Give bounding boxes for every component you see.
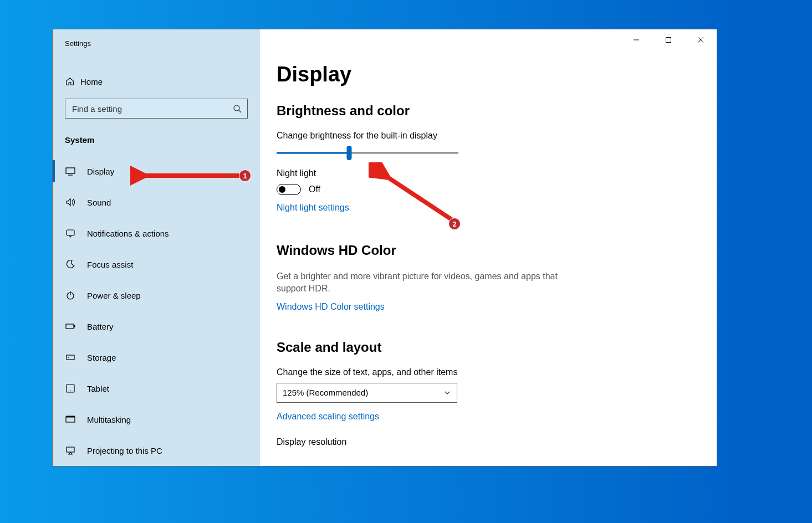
multitask-icon bbox=[65, 414, 76, 425]
sidebar-item-battery[interactable]: Battery bbox=[53, 311, 260, 342]
svg-rect-12 bbox=[74, 325, 75, 327]
sidebar-item-label: Storage bbox=[87, 353, 116, 362]
sidebar-item-projecting[interactable]: Projecting to this PC bbox=[53, 435, 260, 466]
sidebar-item-label: Focus assist bbox=[87, 260, 133, 269]
storage-icon bbox=[65, 352, 76, 363]
sidebar-home[interactable]: Home bbox=[53, 74, 260, 89]
sidebar-nav: Display Sound Notifications & actions Fo… bbox=[53, 152, 260, 466]
svg-rect-1 bbox=[666, 38, 671, 43]
advanced-scaling-link[interactable]: Advanced scaling settings bbox=[277, 412, 717, 422]
svg-rect-6 bbox=[66, 168, 75, 173]
section-hdcolor-heading: Windows HD Color bbox=[277, 243, 717, 258]
brightness-slider[interactable] bbox=[277, 146, 458, 160]
power-icon bbox=[65, 290, 76, 301]
svg-line-21 bbox=[385, 176, 457, 223]
sidebar-item-label: Projecting to this PC bbox=[87, 446, 162, 455]
svg-rect-8 bbox=[67, 230, 74, 235]
sidebar-item-storage[interactable]: Storage bbox=[53, 342, 260, 373]
search-icon bbox=[233, 104, 242, 113]
sidebar-item-sound[interactable]: Sound bbox=[53, 187, 260, 218]
close-button[interactable] bbox=[685, 29, 717, 50]
scale-size-label: Change the size of text, apps, and other… bbox=[277, 367, 717, 377]
scale-dropdown-value: 125% (Recommended) bbox=[283, 388, 368, 397]
hdcolor-settings-link[interactable]: Windows HD Color settings bbox=[277, 302, 717, 312]
tablet-icon bbox=[65, 383, 76, 394]
scale-dropdown[interactable]: 125% (Recommended) bbox=[277, 383, 457, 403]
sidebar-item-label: Multitasking bbox=[87, 415, 131, 424]
brightness-slider-label: Change brightness for the built-in displ… bbox=[277, 131, 717, 141]
battery-icon bbox=[65, 321, 76, 332]
hdcolor-desc: Get a brighter and more vibrant picture … bbox=[277, 270, 576, 295]
svg-point-14 bbox=[68, 357, 69, 358]
section-brightness-heading: Brightness and color bbox=[277, 103, 717, 119]
sidebar-item-focus-assist[interactable]: Focus assist bbox=[53, 249, 260, 280]
sidebar-item-label: Power & sleep bbox=[87, 291, 141, 300]
titlebar bbox=[620, 29, 717, 52]
page-title: Display bbox=[277, 63, 717, 86]
search-input[interactable] bbox=[65, 99, 248, 119]
chevron-down-icon bbox=[443, 389, 451, 397]
sidebar-item-label: Battery bbox=[87, 322, 114, 331]
sound-icon bbox=[65, 197, 76, 208]
svg-line-5 bbox=[239, 110, 241, 112]
annotation-marker-1: 1 bbox=[239, 170, 251, 182]
night-light-toggle[interactable] bbox=[277, 184, 301, 195]
night-light-state: Off bbox=[309, 184, 320, 194]
sidebar-section: System bbox=[53, 119, 260, 152]
slider-thumb[interactable] bbox=[347, 146, 352, 160]
minimize-button[interactable] bbox=[620, 29, 652, 50]
resolution-label: Display resolution bbox=[277, 437, 717, 447]
svg-rect-19 bbox=[67, 447, 74, 452]
svg-point-16 bbox=[70, 391, 71, 392]
home-icon bbox=[65, 76, 80, 86]
sidebar-item-label: Notifications & actions bbox=[87, 229, 169, 238]
sidebar-item-power-sleep[interactable]: Power & sleep bbox=[53, 280, 260, 311]
sidebar-item-label: Display bbox=[87, 167, 114, 176]
content-pane: Display Brightness and color Change brig… bbox=[260, 29, 717, 466]
app-title: Settings bbox=[53, 37, 260, 48]
svg-rect-11 bbox=[66, 324, 74, 329]
svg-point-4 bbox=[234, 105, 239, 111]
moon-icon bbox=[65, 259, 76, 270]
project-icon bbox=[65, 445, 76, 456]
section-scale-heading: Scale and layout bbox=[277, 340, 717, 355]
sidebar-item-label: Tablet bbox=[87, 384, 109, 393]
sidebar-home-label: Home bbox=[80, 77, 103, 86]
night-light-settings-link[interactable]: Night light settings bbox=[277, 203, 717, 213]
search-field[interactable] bbox=[71, 104, 233, 114]
annotation-marker-2: 2 bbox=[448, 218, 461, 230]
sidebar-item-multitasking[interactable]: Multitasking bbox=[53, 404, 260, 435]
sidebar-item-label: Sound bbox=[87, 198, 111, 207]
sidebar: Settings Home System Display So bbox=[53, 29, 260, 466]
annotation-arrow-1 bbox=[130, 165, 256, 187]
notify-icon bbox=[65, 228, 76, 239]
settings-window: Settings Home System Display So bbox=[52, 29, 717, 466]
slider-fill bbox=[277, 152, 349, 154]
night-light-label: Night light bbox=[277, 168, 717, 178]
sidebar-item-notifications[interactable]: Notifications & actions bbox=[53, 218, 260, 249]
toggle-knob bbox=[279, 186, 285, 193]
sidebar-item-tablet[interactable]: Tablet bbox=[53, 373, 260, 404]
display-icon bbox=[65, 166, 76, 177]
maximize-button[interactable] bbox=[652, 29, 685, 50]
